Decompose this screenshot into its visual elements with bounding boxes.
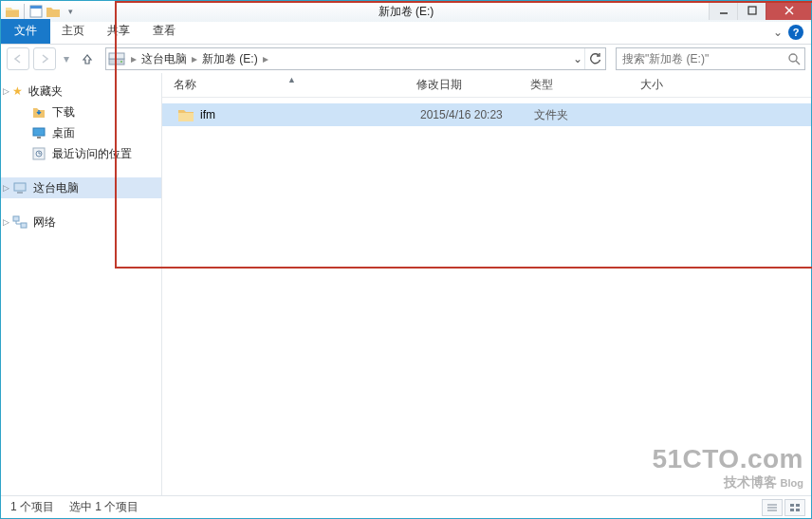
column-date[interactable]: 修改日期 [416, 77, 530, 93]
search-box[interactable] [616, 47, 805, 70]
column-type[interactable]: 类型 [530, 77, 640, 93]
minimize-ribbon-icon[interactable]: ⌄ [773, 26, 783, 39]
file-row[interactable]: ifm 2015/4/16 20:23 文件夹 [162, 103, 811, 126]
sidebar-network[interactable]: ▷ 网络 [1, 212, 161, 232]
properties-icon[interactable] [28, 4, 44, 19]
ribbon-tabs: 文件 主页 共享 查看 ⌄ ? [1, 22, 811, 45]
file-tab[interactable]: 文件 [1, 19, 50, 44]
forward-button[interactable] [33, 47, 56, 70]
recent-icon [31, 146, 46, 161]
status-bar: 1 个项目 选中 1 个项目 [1, 495, 811, 518]
file-name: ifm [200, 108, 420, 121]
svg-point-9 [789, 54, 797, 62]
view-switcher [762, 499, 805, 516]
window-title: 新加卷 (E:) [1, 4, 811, 20]
desktop-icon [31, 125, 46, 140]
sidebar-recent[interactable]: 最近访问的位置 [1, 143, 161, 164]
svg-rect-15 [14, 183, 26, 191]
svg-rect-23 [796, 504, 800, 507]
computer-icon [12, 180, 28, 195]
address-dropdown-icon[interactable]: ⌄ [571, 52, 584, 65]
sidebar-desktop[interactable]: 桌面 [1, 122, 161, 143]
address-bar[interactable]: ▸ 这台电脑 ▸ 新加卷 (E:) ▸ ⌄ [105, 47, 606, 70]
svg-rect-25 [796, 509, 800, 511]
column-headers: 名称▲ 修改日期 类型 大小 [162, 73, 811, 98]
sidebar-label: 收藏夹 [28, 83, 63, 100]
navigation-bar: ▾ ▸ 这台电脑 ▸ 新加卷 (E:) ▸ ⌄ [1, 45, 811, 73]
refresh-button[interactable] [584, 48, 603, 69]
app-icon [5, 4, 20, 19]
close-button[interactable] [766, 1, 811, 20]
breadcrumb-thispc[interactable]: 这台电脑 [138, 51, 190, 67]
sidebar-label: 最近访问的位置 [52, 146, 132, 162]
svg-rect-11 [33, 128, 45, 136]
file-date: 2015/4/16 20:23 [420, 108, 534, 121]
body: ▷ ★ 收藏夹 下载 桌面 最近访问的位置 [1, 73, 811, 495]
folder-icon [177, 107, 194, 122]
qat-dropdown-icon[interactable]: ▾ [63, 4, 78, 19]
quick-access-toolbar: ▾ [1, 4, 78, 19]
sidebar-thispc[interactable]: ▷ 这台电脑 [1, 177, 161, 198]
file-list-pane: 名称▲ 修改日期 类型 大小 ifm 2015/4/16 20:23 文件夹 [162, 73, 811, 495]
network-group: ▷ 网络 [1, 212, 161, 232]
svg-point-8 [120, 61, 122, 63]
icons-view-button[interactable] [784, 499, 805, 516]
svg-rect-17 [13, 216, 19, 221]
history-dropdown-icon[interactable]: ▾ [60, 52, 73, 65]
breadcrumb-caret-icon[interactable]: ▸ [129, 52, 138, 65]
search-icon[interactable] [787, 52, 801, 65]
details-view-button[interactable] [762, 499, 783, 516]
svg-rect-22 [790, 504, 794, 507]
up-button[interactable] [77, 48, 98, 69]
sidebar-label: 这台电脑 [33, 180, 79, 196]
star-icon: ★ [12, 84, 23, 98]
sidebar-label: 下载 [52, 104, 75, 120]
navigation-pane: ▷ ★ 收藏夹 下载 桌面 最近访问的位置 [1, 73, 162, 495]
svg-rect-18 [21, 223, 27, 228]
drive-icon [108, 51, 125, 66]
item-count: 1 个项目 [10, 499, 54, 515]
breadcrumb-caret-icon[interactable]: ▸ [190, 52, 199, 65]
separator [24, 4, 25, 19]
minimize-button[interactable] [709, 1, 737, 20]
new-folder-icon[interactable] [46, 4, 61, 19]
sidebar-label: 网络 [33, 214, 56, 231]
breadcrumb-caret-icon[interactable]: ▸ [261, 52, 270, 65]
sidebar-downloads[interactable]: 下载 [1, 102, 161, 122]
column-name[interactable]: 名称▲ [174, 77, 416, 93]
breadcrumb-drive[interactable]: 新加卷 (E:) [199, 51, 261, 67]
svg-line-5 [785, 7, 793, 14]
column-label: 名称 [174, 78, 196, 91]
selection-count: 选中 1 个项目 [69, 499, 138, 515]
svg-rect-12 [37, 137, 41, 139]
explorer-window: ▾ 新加卷 (E:) 文件 主页 共享 查看 ⌄ ? ▾ ▸ 这台电脑 ▸ 新加… [0, 0, 812, 519]
svg-line-10 [796, 61, 800, 65]
tab-home[interactable]: 主页 [50, 19, 96, 44]
expand-icon[interactable]: ▷ [3, 217, 12, 227]
network-icon [12, 214, 28, 230]
downloads-icon [31, 104, 46, 120]
maximize-button[interactable] [737, 1, 766, 20]
svg-rect-3 [748, 7, 756, 14]
svg-rect-1 [30, 6, 42, 9]
svg-rect-24 [790, 509, 794, 511]
file-rows: ifm 2015/4/16 20:23 文件夹 [162, 98, 811, 495]
window-controls [709, 1, 811, 20]
tab-share[interactable]: 共享 [96, 19, 141, 44]
svg-rect-7 [109, 53, 124, 59]
sidebar-label: 桌面 [52, 125, 75, 141]
svg-rect-16 [17, 192, 23, 194]
sort-indicator-icon: ▲ [287, 75, 296, 84]
tab-view[interactable]: 查看 [141, 19, 187, 44]
expand-icon[interactable]: ▷ [3, 183, 12, 193]
column-size[interactable]: 大小 [640, 77, 735, 93]
svg-line-4 [785, 7, 793, 14]
expand-icon[interactable]: ▷ [3, 86, 12, 96]
thispc-group: ▷ 这台电脑 [1, 177, 161, 198]
ribbon-right: ⌄ ? [773, 25, 803, 40]
favorites-group: ▷ ★ 收藏夹 下载 桌面 最近访问的位置 [1, 81, 161, 164]
back-button[interactable] [7, 47, 29, 70]
search-input[interactable] [620, 51, 787, 66]
help-icon[interactable]: ? [788, 25, 803, 40]
sidebar-favorites[interactable]: ▷ ★ 收藏夹 [1, 81, 161, 102]
